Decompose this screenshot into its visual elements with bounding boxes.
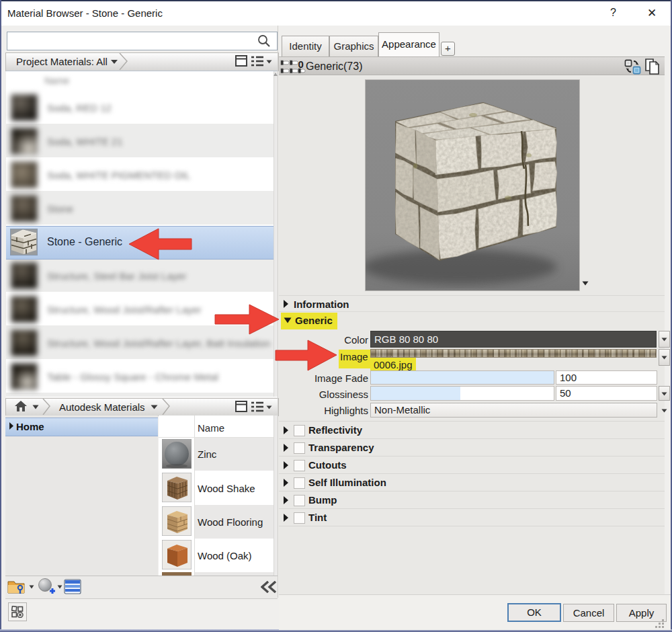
svg-text:0: 0 (298, 59, 304, 70)
